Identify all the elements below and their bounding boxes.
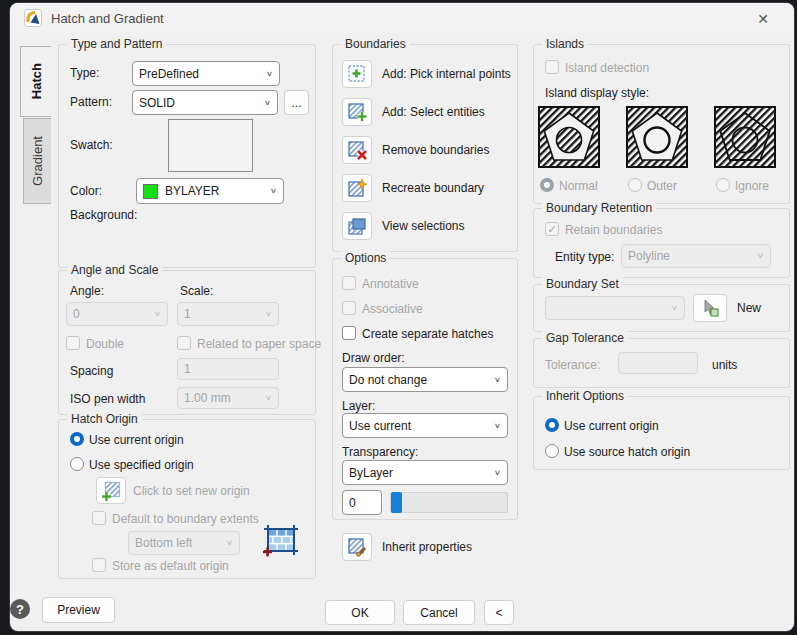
group-title: Boundaries bbox=[341, 37, 410, 51]
island-display-style-label: Island display style: bbox=[545, 86, 649, 100]
layer-dropdown[interactable]: Use current bbox=[342, 413, 508, 438]
default-boundary-extents-checkbox bbox=[92, 511, 106, 525]
add-pick-points-button[interactable] bbox=[342, 60, 372, 88]
type-dropdown[interactable]: PreDefined bbox=[132, 61, 280, 86]
scale-dropdown: 1 bbox=[177, 302, 279, 326]
angle-dropdown: 0 bbox=[66, 302, 168, 326]
scale-label: Scale: bbox=[180, 284, 213, 298]
cancel-button[interactable]: Cancel bbox=[403, 600, 475, 625]
swatch-preview[interactable] bbox=[168, 119, 253, 172]
group-title: Islands bbox=[542, 37, 588, 51]
default-boundary-extents-label: Default to boundary extents bbox=[112, 512, 259, 526]
chevron-down-icon bbox=[265, 394, 272, 402]
retain-boundaries-label: Retain boundaries bbox=[565, 223, 662, 237]
chevron-down-icon bbox=[270, 187, 277, 195]
new-boundary-set-label: New bbox=[737, 301, 761, 315]
use-specified-origin-radio[interactable] bbox=[70, 457, 84, 471]
inherit-properties-button[interactable] bbox=[342, 533, 372, 561]
chevron-down-icon bbox=[671, 304, 678, 312]
inherit-use-source-origin-radio[interactable] bbox=[545, 444, 559, 458]
associative-checkbox bbox=[342, 301, 356, 315]
chevron-down-icon bbox=[266, 70, 273, 78]
remove-boundaries-label: Remove boundaries bbox=[382, 143, 489, 157]
select-entities-icon bbox=[347, 102, 367, 122]
color-dropdown[interactable]: BYLAYER bbox=[136, 178, 284, 204]
island-normal-label: Normal bbox=[559, 179, 598, 193]
pattern-browse-button[interactable]: ... bbox=[284, 90, 309, 115]
tab-hatch[interactable]: Hatch bbox=[20, 46, 51, 117]
group-title: Gap Tolerance bbox=[542, 331, 628, 345]
island-style-outer-image bbox=[626, 106, 688, 168]
use-current-origin-radio[interactable] bbox=[70, 432, 84, 446]
hatch-and-gradient-dialog: Hatch and Gradient ✕ Hatch Gradient Type… bbox=[0, 0, 797, 635]
tab-gradient[interactable]: Gradient bbox=[23, 118, 51, 204]
angle-label: Angle: bbox=[70, 284, 104, 298]
group-title: Angle and Scale bbox=[67, 263, 162, 277]
spacing-input bbox=[177, 358, 279, 380]
transparency-value-input[interactable] bbox=[342, 490, 382, 515]
origin-position-dropdown: Bottom left bbox=[128, 531, 240, 555]
double-checkbox bbox=[66, 336, 80, 350]
swatch-label: Swatch: bbox=[70, 138, 113, 152]
island-ignore-label: Ignore bbox=[735, 179, 769, 193]
remove-boundaries-button[interactable] bbox=[342, 136, 372, 164]
view-selections-button[interactable] bbox=[342, 212, 372, 240]
group-title: Hatch Origin bbox=[67, 412, 142, 426]
help-icon[interactable]: ? bbox=[10, 599, 30, 619]
create-separate-hatches-label: Create separate hatches bbox=[362, 327, 493, 341]
recreate-boundary-icon bbox=[347, 178, 367, 198]
title-bar: Hatch and Gradient ✕ bbox=[10, 3, 794, 33]
use-specified-origin-label: Use specified origin bbox=[89, 458, 194, 472]
group-title: Inherit Options bbox=[542, 389, 628, 403]
view-selections-label: View selections bbox=[382, 219, 465, 233]
add-select-entities-button[interactable] bbox=[342, 98, 372, 126]
annotative-checkbox bbox=[342, 276, 356, 290]
tolerance-input bbox=[618, 352, 698, 374]
click-set-origin-label: Click to set new origin bbox=[133, 484, 250, 498]
island-normal-radio bbox=[540, 178, 554, 192]
collapse-dialog-button[interactable]: < bbox=[484, 600, 514, 625]
island-detection-label: Island detection bbox=[565, 61, 649, 75]
chevron-down-icon bbox=[264, 99, 271, 107]
entity-type-label: Entity type: bbox=[555, 250, 614, 264]
background-label: Background: bbox=[70, 208, 137, 222]
set-origin-icon bbox=[101, 481, 121, 501]
create-separate-hatches-checkbox[interactable] bbox=[342, 326, 356, 340]
set-new-origin-button bbox=[96, 477, 126, 504]
double-label: Double bbox=[86, 337, 124, 351]
recreate-boundary-button[interactable] bbox=[342, 174, 372, 202]
add-pick-points-label: Add: Pick internal points bbox=[382, 67, 511, 81]
view-selections-icon bbox=[347, 216, 367, 236]
associative-label: Associative bbox=[362, 302, 423, 316]
chevron-down-icon bbox=[757, 252, 764, 260]
draw-order-dropdown[interactable]: Do not change bbox=[342, 367, 508, 392]
boundary-set-dropdown bbox=[545, 296, 685, 320]
group-title: Boundary Set bbox=[542, 277, 623, 291]
spacing-label: Spacing bbox=[70, 364, 113, 378]
iso-pen-width-dropdown: 1.00 mm bbox=[177, 387, 279, 409]
inherit-use-source-origin-label: Use source hatch origin bbox=[564, 445, 690, 459]
ok-button[interactable]: OK bbox=[325, 600, 395, 625]
origin-preview-brick-icon bbox=[261, 521, 301, 559]
chevron-down-icon bbox=[494, 469, 501, 477]
draw-order-label: Draw order: bbox=[342, 351, 405, 365]
inherit-use-current-origin-label: Use current origin bbox=[564, 419, 659, 433]
inherit-use-current-origin-radio[interactable] bbox=[545, 418, 559, 432]
pattern-label: Pattern: bbox=[70, 95, 112, 109]
related-paper-space-checkbox bbox=[177, 336, 191, 350]
pattern-dropdown[interactable]: SOLID bbox=[132, 90, 278, 115]
type-label: Type: bbox=[70, 66, 99, 80]
close-icon[interactable]: ✕ bbox=[754, 10, 772, 28]
app-hatch-icon bbox=[24, 9, 42, 27]
store-default-origin-label: Store as default origin bbox=[112, 559, 229, 573]
transparency-dropdown[interactable]: ByLayer bbox=[342, 460, 508, 485]
use-current-origin-label: Use current origin bbox=[89, 433, 184, 447]
store-default-origin-checkbox bbox=[92, 558, 106, 572]
preview-button[interactable]: Preview bbox=[42, 597, 115, 623]
new-boundary-set-button[interactable] bbox=[693, 294, 727, 322]
iso-pen-width-label: ISO pen width bbox=[70, 392, 145, 406]
transparency-slider[interactable] bbox=[390, 492, 508, 513]
transparency-slider-handle[interactable] bbox=[391, 492, 402, 513]
color-label: Color: bbox=[70, 184, 102, 198]
island-style-ignore-image bbox=[714, 106, 776, 168]
